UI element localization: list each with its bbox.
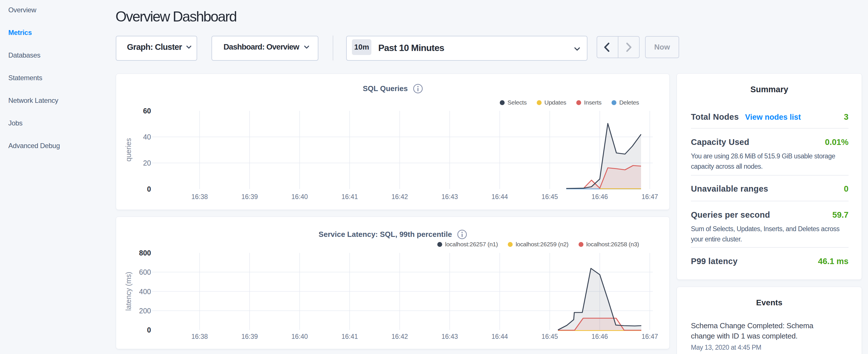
svg-text:800: 800 bbox=[139, 249, 151, 257]
svg-text:16:46: 16:46 bbox=[591, 193, 608, 200]
svg-text:16:38: 16:38 bbox=[191, 333, 208, 340]
svg-text:16:47: 16:47 bbox=[642, 193, 658, 200]
svg-text:40: 40 bbox=[143, 133, 151, 141]
svg-text:16:45: 16:45 bbox=[541, 193, 558, 200]
svg-text:0: 0 bbox=[147, 185, 151, 193]
svg-text:200: 200 bbox=[139, 307, 151, 315]
svg-text:16:40: 16:40 bbox=[291, 333, 308, 340]
svg-text:latency (ms): latency (ms) bbox=[124, 272, 132, 311]
svg-text:60: 60 bbox=[143, 107, 151, 115]
svg-text:16:39: 16:39 bbox=[241, 333, 258, 340]
svg-text:16:45: 16:45 bbox=[541, 333, 558, 340]
svg-text:16:42: 16:42 bbox=[392, 193, 408, 200]
svg-text:16:43: 16:43 bbox=[442, 193, 458, 200]
svg-text:16:40: 16:40 bbox=[291, 193, 308, 200]
svg-text:16:47: 16:47 bbox=[642, 333, 658, 340]
svg-text:16:46: 16:46 bbox=[591, 333, 608, 340]
svg-text:16:41: 16:41 bbox=[341, 193, 358, 200]
svg-text:16:43: 16:43 bbox=[442, 333, 458, 340]
svg-text:0: 0 bbox=[147, 326, 151, 334]
svg-text:16:42: 16:42 bbox=[392, 333, 408, 340]
svg-text:queries: queries bbox=[124, 138, 132, 162]
svg-text:16:44: 16:44 bbox=[492, 333, 508, 340]
svg-text:600: 600 bbox=[139, 268, 151, 276]
svg-text:16:41: 16:41 bbox=[341, 333, 358, 340]
svg-text:16:44: 16:44 bbox=[492, 193, 508, 200]
svg-text:16:38: 16:38 bbox=[191, 193, 208, 200]
svg-text:400: 400 bbox=[139, 288, 151, 296]
svg-text:16:39: 16:39 bbox=[241, 193, 258, 200]
svg-text:20: 20 bbox=[143, 159, 151, 167]
